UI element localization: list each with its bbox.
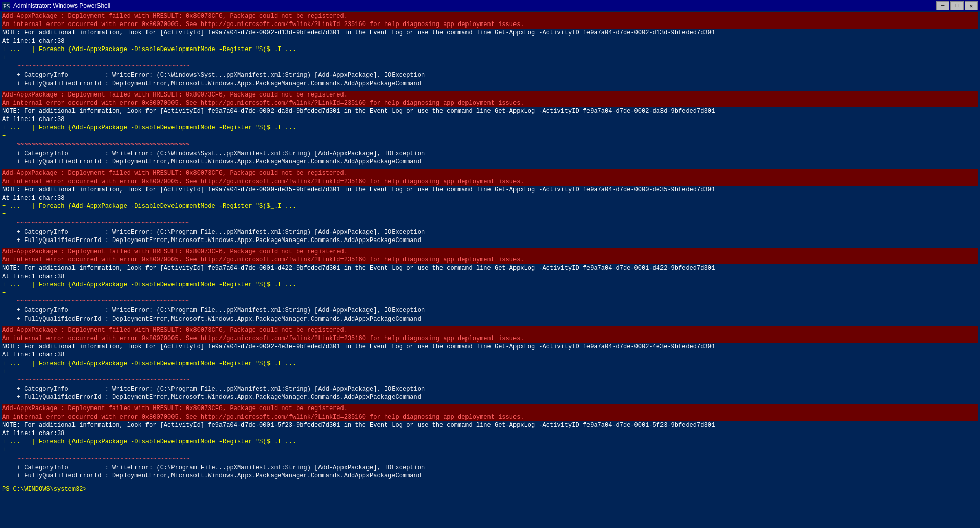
- error-tilde-3: ~~~~~~~~~~~~~~~~~~~~~~~~~~~~~~~~~~~~~~~~…: [2, 219, 978, 227]
- error-main-3: Add-AppxPackage : Deployment failed with…: [2, 169, 978, 177]
- error-category-4: + CategoryInfo : WriteError: (C:\Program…: [2, 306, 978, 315]
- error-at-3: At line:1 char:38: [2, 194, 978, 202]
- error-plus-4: +: [2, 289, 978, 297]
- error-category-6: + CategoryInfo : WriteError: (C:\Program…: [2, 464, 978, 472]
- minimize-button[interactable]: ─: [936, 1, 949, 10]
- error-pipe-1: + ... | Foreach {Add-AppxPackage -Disabl…: [2, 45, 978, 54]
- error-plus-3: +: [2, 210, 978, 219]
- error-main-6: Add-AppxPackage : Deployment failed with…: [2, 404, 978, 413]
- title-bar: PS Administrator: Windows PowerShell ─ □…: [0, 0, 980, 11]
- error-internal-4: An internal error occurred with error 0x…: [2, 256, 978, 264]
- error-fqe-5: + FullyQualifiedErrorId : DeploymentErro…: [2, 393, 978, 401]
- error-tilde-6: ~~~~~~~~~~~~~~~~~~~~~~~~~~~~~~~~~~~~~~~~…: [2, 454, 978, 463]
- error-internal-1: An internal error occurred with error 0x…: [2, 20, 978, 29]
- error-category-5: + CategoryInfo : WriteError: (C:\Program…: [2, 385, 978, 393]
- error-internal-5: An internal error occurred with error 0x…: [2, 334, 978, 343]
- error-category-3: + CategoryInfo : WriteError: (C:\Program…: [2, 228, 978, 236]
- error-fqe-4: + FullyQualifiedErrorId : DeploymentErro…: [2, 315, 978, 323]
- error-at-4: At line:1 char:38: [2, 273, 978, 281]
- window-controls: ─ □ ✕: [936, 1, 978, 10]
- error-tilde-1: ~~~~~~~~~~~~~~~~~~~~~~~~~~~~~~~~~~~~~~~~…: [2, 62, 978, 70]
- error-note-2: NOTE: For additional information, look f…: [2, 107, 978, 115]
- error-note-3: NOTE: For additional information, look f…: [2, 186, 978, 194]
- error-tilde-5: ~~~~~~~~~~~~~~~~~~~~~~~~~~~~~~~~~~~~~~~~…: [2, 376, 978, 384]
- close-button[interactable]: ✕: [965, 1, 978, 10]
- error-main-4: Add-AppxPackage : Deployment failed with…: [2, 248, 978, 256]
- error-plus-6: +: [2, 446, 978, 454]
- error-category-2: + CategoryInfo : WriteError: (C:\Windows…: [2, 150, 978, 158]
- error-internal-3: An internal error occurred with error 0x…: [2, 178, 978, 186]
- prompt-line: PS C:\WINDOWS\system32>: [2, 485, 978, 493]
- error-plus-2: +: [2, 132, 978, 140]
- error-tilde-2: ~~~~~~~~~~~~~~~~~~~~~~~~~~~~~~~~~~~~~~~~…: [2, 140, 978, 149]
- error-at-2: At line:1 char:38: [2, 115, 978, 124]
- error-note-6: NOTE: For additional information, look f…: [2, 421, 978, 429]
- error-at-6: At line:1 char:38: [2, 429, 978, 438]
- error-at-1: At line:1 char:38: [2, 37, 978, 45]
- error-pipe-3: + ... | Foreach {Add-AppxPackage -Disabl…: [2, 202, 978, 210]
- error-pipe-6: + ... | Foreach {Add-AppxPackage -Disabl…: [2, 438, 978, 446]
- error-fqe-2: + FullyQualifiedErrorId : DeploymentErro…: [2, 158, 978, 166]
- error-fqe-1: + FullyQualifiedErrorId : DeploymentErro…: [2, 80, 978, 88]
- console-area: Add-AppxPackage : Deployment failed with…: [0, 11, 980, 528]
- error-note-4: NOTE: For additional information, look f…: [2, 264, 978, 272]
- error-main-1: Add-AppxPackage : Deployment failed with…: [2, 12, 978, 20]
- error-pipe-5: + ... | Foreach {Add-AppxPackage -Disabl…: [2, 359, 978, 368]
- window-title: Administrator: Windows PowerShell: [13, 2, 110, 9]
- error-plus-1: +: [2, 54, 978, 62]
- error-fqe-3: + FullyQualifiedErrorId : DeploymentErro…: [2, 236, 978, 245]
- error-tilde-4: ~~~~~~~~~~~~~~~~~~~~~~~~~~~~~~~~~~~~~~~~…: [2, 297, 978, 305]
- maximize-button[interactable]: □: [950, 1, 964, 10]
- error-pipe-4: + ... | Foreach {Add-AppxPackage -Disabl…: [2, 281, 978, 289]
- error-internal-2: An internal error occurred with error 0x…: [2, 99, 978, 107]
- error-internal-6: An internal error occurred with error 0x…: [2, 413, 978, 421]
- error-at-5: At line:1 char:38: [2, 351, 978, 359]
- powershell-icon: PS: [2, 2, 10, 10]
- error-plus-5: +: [2, 368, 978, 376]
- console-output: Add-AppxPackage : Deployment failed with…: [2, 12, 978, 483]
- error-note-1: NOTE: For additional information, look f…: [2, 29, 978, 37]
- error-main-2: Add-AppxPackage : Deployment failed with…: [2, 91, 978, 99]
- error-category-1: + CategoryInfo : WriteError: (C:\Windows…: [2, 71, 978, 79]
- error-fqe-6: + FullyQualifiedErrorId : DeploymentErro…: [2, 472, 978, 480]
- svg-text:PS: PS: [3, 3, 10, 10]
- error-pipe-2: + ... | Foreach {Add-AppxPackage -Disabl…: [2, 124, 978, 132]
- error-main-5: Add-AppxPackage : Deployment failed with…: [2, 326, 978, 334]
- error-note-5: NOTE: For additional information, look f…: [2, 343, 978, 351]
